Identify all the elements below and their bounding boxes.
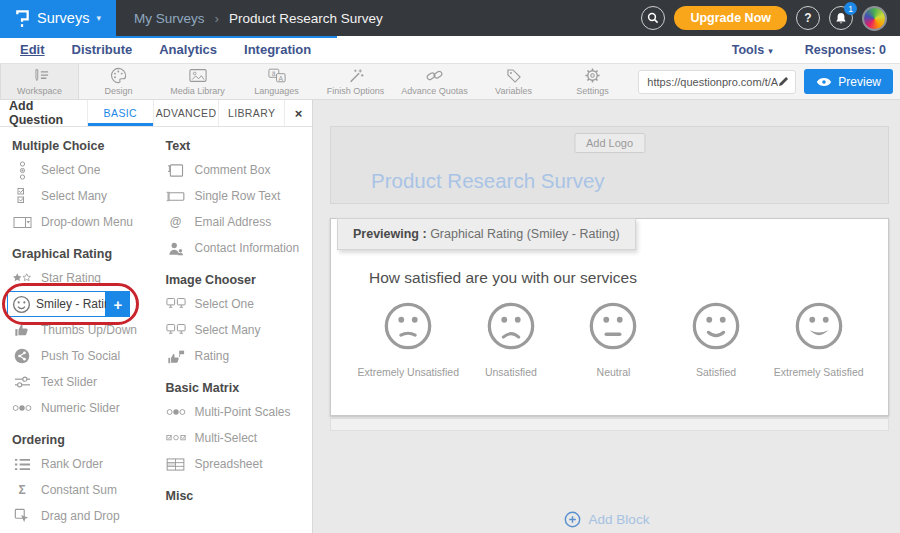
tab-basic[interactable]: BASIC bbox=[88, 100, 154, 126]
sidebar-item-spreadsheet[interactable]: Spreadsheet bbox=[166, 451, 313, 477]
survey-canvas: Add Logo Product Research Survey Preview… bbox=[313, 100, 900, 533]
sidebar-item-drop-down-menu[interactable]: Drop-down Menu bbox=[12, 209, 157, 235]
upgrade-now-button[interactable]: Upgrade Now bbox=[674, 6, 787, 30]
smiley-option-extremely-unsatisfied[interactable]: Extremely Unsatisfied bbox=[357, 300, 460, 378]
sidebar-item-thumbs-up-down[interactable]: Thumbs Up/Down bbox=[12, 317, 157, 343]
sidebar-item-select-one[interactable]: Select One bbox=[12, 157, 157, 183]
section-misc: Misc bbox=[166, 489, 313, 503]
svg-text:ä: ä bbox=[271, 70, 275, 77]
toolbar-item-label: Finish Options bbox=[327, 86, 385, 96]
at-icon: @ bbox=[166, 215, 186, 229]
responses-count[interactable]: Responses: 0 bbox=[805, 43, 886, 57]
image-rating-icon bbox=[166, 349, 186, 364]
sidebar-item-email-address[interactable]: @Email Address bbox=[166, 209, 313, 235]
item-label: Select One bbox=[41, 163, 100, 177]
item-label: Email Address bbox=[195, 215, 272, 229]
toolbar-media-library[interactable]: Media Library bbox=[158, 64, 237, 99]
multi-point-icon bbox=[166, 407, 186, 417]
smiley-scale: Extremely UnsatisfiedUnsatisfiedNeutralS… bbox=[331, 287, 888, 378]
smiley-option-neutral[interactable]: Neutral bbox=[562, 300, 665, 378]
close-icon[interactable]: × bbox=[285, 100, 312, 126]
numeric-slider-icon bbox=[12, 403, 32, 413]
circle-plus-icon bbox=[564, 511, 581, 528]
sidebar-item-numeric-slider[interactable]: Numeric Slider bbox=[12, 395, 157, 421]
section-heading: Image Chooser bbox=[166, 273, 313, 287]
add-question-sidebar: Add Question BASICADVANCEDLIBRARY × Mult… bbox=[0, 100, 313, 533]
help-button[interactable]: ? bbox=[796, 6, 820, 30]
toolbar-languages[interactable]: äALanguages bbox=[237, 64, 316, 99]
survey-header-card: Add Logo Product Research Survey bbox=[330, 126, 889, 204]
survey-title[interactable]: Product Research Survey bbox=[371, 169, 605, 193]
chain-icon bbox=[426, 67, 443, 84]
sidebar-item-text-slider[interactable]: Text Slider bbox=[12, 369, 157, 395]
svg-text:A: A bbox=[278, 75, 283, 82]
product-switcher[interactable]: Surveys ▾ bbox=[0, 0, 116, 36]
tab-distribute[interactable]: Distribute bbox=[72, 42, 133, 57]
smiley-option-unsatisfied[interactable]: Unsatisfied bbox=[460, 300, 563, 378]
sidebar-item-contact-information[interactable]: Contact Information bbox=[166, 235, 313, 261]
notifications-button[interactable]: 1 bbox=[829, 6, 853, 30]
smiley-icon bbox=[12, 295, 31, 314]
add-logo-button[interactable]: Add Logo bbox=[574, 133, 645, 153]
toolbar-workspace[interactable]: Workspace bbox=[0, 64, 79, 99]
breadcrumb-my-surveys[interactable]: My Surveys bbox=[134, 11, 205, 26]
sidebar-item-select-many[interactable]: Select Many bbox=[166, 317, 313, 343]
edit-pencil-icon[interactable] bbox=[778, 76, 789, 87]
item-label: Comment Box bbox=[195, 163, 271, 177]
toolbar-finish-options[interactable]: Finish Options bbox=[316, 64, 395, 99]
question-block: Previewing : Graphical Rating (Smiley - … bbox=[330, 218, 889, 431]
sidebar-item-drag-and-drop[interactable]: Drag and Drop bbox=[12, 503, 157, 529]
sidebar-item-select-many[interactable]: Select Many bbox=[12, 183, 157, 209]
sidebar-item-rank-order[interactable]: Rank Order bbox=[12, 451, 157, 477]
item-label: Select Many bbox=[195, 323, 261, 337]
toolbar-item-label: Media Library bbox=[170, 86, 225, 96]
eye-icon bbox=[816, 77, 832, 87]
tools-menu[interactable]: Tools▾ bbox=[732, 43, 773, 57]
smiley-option-label: Unsatisfied bbox=[485, 366, 537, 378]
section-heading: Misc bbox=[166, 489, 313, 503]
smiley-option-label: Satisfied bbox=[696, 366, 736, 378]
previewing-tab: Previewing : Graphical Rating (Smiley - … bbox=[337, 218, 636, 250]
preview-button[interactable]: Preview bbox=[804, 69, 893, 94]
toolbar-item-label: Workspace bbox=[17, 86, 62, 96]
item-label: Push To Social bbox=[41, 349, 120, 363]
smiley-option-extremely-satisfied[interactable]: Extremely Satisfied bbox=[767, 300, 870, 378]
search-button[interactable] bbox=[641, 6, 665, 30]
add-question-plus-button[interactable]: + bbox=[106, 291, 130, 317]
item-label: Constant Sum bbox=[41, 483, 117, 497]
sidebar-item-multi-select[interactable]: Multi-Select bbox=[166, 425, 313, 451]
sidebar-item-rating[interactable]: Rating bbox=[166, 343, 313, 369]
tab-integration[interactable]: Integration bbox=[244, 42, 311, 57]
smiley-option-satisfied[interactable]: Satisfied bbox=[665, 300, 768, 378]
sidebar-item-single-row-text[interactable]: Single Row Text bbox=[166, 183, 313, 209]
tab-edit[interactable]: Edit bbox=[20, 42, 45, 57]
toolbar-advance-quotas[interactable]: Advance Quotas bbox=[395, 64, 474, 99]
question-mark-icon: ? bbox=[804, 11, 811, 25]
item-label: Numeric Slider bbox=[41, 401, 120, 415]
sidebar-item-star-rating[interactable]: Star Rating bbox=[12, 265, 157, 291]
tab-library[interactable]: LIBRARY bbox=[219, 100, 285, 126]
gear-icon bbox=[584, 67, 601, 84]
item-label: Single Row Text bbox=[195, 189, 281, 203]
item-label: Select One bbox=[195, 297, 254, 311]
sidebar-item-multi-point-scales[interactable]: Multi-Point Scales bbox=[166, 399, 313, 425]
sidebar-item-smiley-rating-selected[interactable]: Smiley - Rating+ bbox=[7, 290, 157, 318]
topbar-actions: Upgrade Now ? 1 bbox=[641, 6, 900, 31]
tab-advanced[interactable]: ADVANCED bbox=[154, 100, 220, 126]
tab-analytics[interactable]: Analytics bbox=[159, 42, 217, 57]
smiley-face-icon bbox=[793, 300, 845, 352]
add-block-button[interactable]: Add Block bbox=[313, 511, 900, 528]
radio-list-icon bbox=[12, 161, 32, 180]
section-heading: Graphical Rating bbox=[12, 247, 157, 261]
translate-icon: äA bbox=[268, 67, 286, 84]
sidebar-item-constant-sum[interactable]: ΣConstant Sum bbox=[12, 477, 157, 503]
toolbar-variables[interactable]: Variables bbox=[474, 64, 553, 99]
sidebar-item-select-one[interactable]: Select One bbox=[166, 291, 313, 317]
toolbar-design[interactable]: Design bbox=[79, 64, 158, 99]
avatar[interactable] bbox=[862, 6, 887, 31]
survey-url-field[interactable]: https://questionpro.com/t/A bbox=[638, 70, 796, 94]
image-select-icon bbox=[166, 297, 186, 311]
sidebar-item-push-to-social[interactable]: Push To Social bbox=[12, 343, 157, 369]
toolbar-settings[interactable]: Settings bbox=[553, 64, 632, 99]
sidebar-item-comment-box[interactable]: Comment Box bbox=[166, 157, 313, 183]
